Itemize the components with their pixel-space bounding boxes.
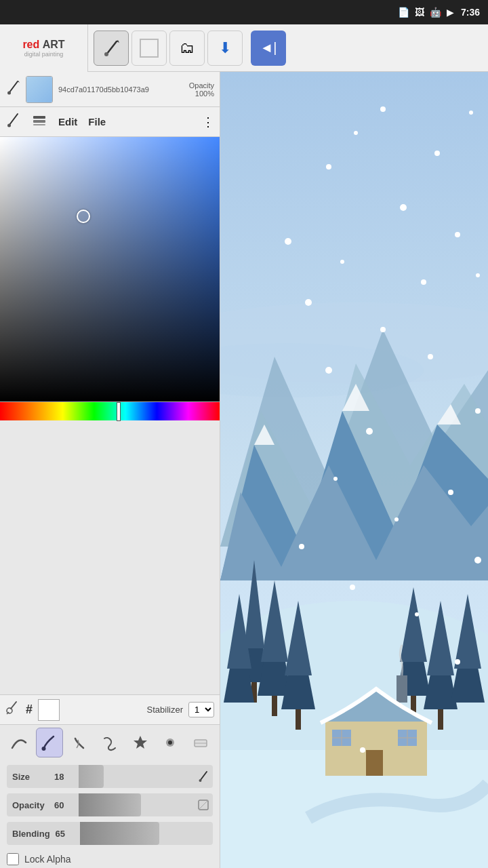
svg-point-79 <box>366 428 373 435</box>
stabilizer-select[interactable]: 1 2 3 4 5 <box>188 702 214 717</box>
svg-point-67 <box>354 131 358 135</box>
new-canvas-icon <box>140 39 159 58</box>
svg-point-74 <box>305 299 312 306</box>
svg-marker-2 <box>117 40 119 43</box>
color-picker-area <box>0 137 220 694</box>
winter-scene <box>220 72 488 868</box>
svg-point-83 <box>394 517 399 521</box>
size-pen-icon <box>194 767 213 786</box>
svg-point-84 <box>299 544 304 549</box>
svg-point-72 <box>340 260 344 264</box>
left-panel: 94cd7a01170d5bb10473a9 Opacity 100% <box>0 72 220 868</box>
brush-icon2 <box>5 113 20 131</box>
download-button[interactable]: ⬇ <box>207 31 243 66</box>
top-toolbar: red ART digital painting 🗂 ⬇ ◄| <box>0 24 488 72</box>
eraser-tool-button[interactable] <box>186 728 214 757</box>
status-time: 7:36 <box>461 7 480 18</box>
download-icon: ⬇ <box>219 39 231 57</box>
file-button[interactable]: File <box>88 116 106 127</box>
svg-rect-8 <box>33 116 45 119</box>
size-slider[interactable] <box>79 765 192 788</box>
color-tools-row: # Stabilizer 1 2 3 4 5 <box>0 694 220 724</box>
paint-brush-button[interactable] <box>36 728 64 757</box>
svg-point-68 <box>469 111 473 115</box>
canvas-area[interactable] <box>220 72 488 868</box>
svg-rect-55 <box>396 675 407 703</box>
lock-alpha-label: Lock Alpha <box>24 854 71 865</box>
svg-point-88 <box>455 659 460 665</box>
size-value: 18 <box>54 772 79 782</box>
opacity-slider-row: Opacity 60 <box>7 793 213 816</box>
svg-point-77 <box>325 367 332 374</box>
svg-rect-57 <box>366 750 383 776</box>
opacity-display: Opacity 100% <box>189 81 214 98</box>
svg-point-4 <box>7 92 11 95</box>
status-bar: 📄 🖼 🤖 ▶ 7:36 <box>0 0 488 24</box>
android-icon: 🤖 <box>430 7 441 18</box>
svg-marker-15 <box>134 736 147 749</box>
layers-icon[interactable] <box>31 112 47 132</box>
folder-button[interactable]: 🗂 <box>169 31 205 66</box>
eyedropper-button[interactable] <box>5 701 20 719</box>
rope-tool-button[interactable] <box>96 728 124 757</box>
svg-rect-10 <box>33 124 45 125</box>
size-label: Size <box>7 772 54 782</box>
svg-point-81 <box>333 477 338 481</box>
hue-cursor[interactable] <box>117 402 121 421</box>
file-status-icon: 📄 <box>398 7 409 18</box>
color-swatch[interactable] <box>38 699 60 721</box>
brush-small-icon <box>5 80 20 98</box>
lock-alpha-checkbox[interactable] <box>7 853 19 865</box>
svg-point-78 <box>428 354 433 359</box>
hash-button[interactable]: # <box>26 703 33 717</box>
svg-point-7 <box>7 124 11 127</box>
color-gradient[interactable] <box>0 137 220 401</box>
svg-point-14 <box>41 747 45 751</box>
opacity-icon <box>194 795 213 814</box>
size-slider-row: Size 18 <box>7 765 213 788</box>
svg-line-20 <box>201 772 207 780</box>
svg-point-82 <box>448 490 453 495</box>
status-icons: 📄 🖼 🤖 ▶ <box>398 7 454 18</box>
brush-type-row <box>0 724 220 760</box>
opacity-slider[interactable] <box>79 793 192 816</box>
logo-art: ART <box>43 39 65 50</box>
logo-subtitle: digital painting <box>22 51 64 58</box>
back-button[interactable]: ◄| <box>251 31 286 66</box>
layer-thumbnail[interactable] <box>26 76 53 103</box>
blending-slider-row: Blending 65 <box>7 822 213 845</box>
blending-slider[interactable] <box>80 822 213 845</box>
svg-rect-40 <box>272 696 277 716</box>
curve-tool-button[interactable] <box>5 728 33 757</box>
hue-rainbow[interactable] <box>0 401 220 420</box>
more-button[interactable]: ⋮ <box>202 115 214 130</box>
svg-point-17 <box>168 741 172 745</box>
svg-point-75 <box>476 273 480 277</box>
svg-point-70 <box>400 204 407 211</box>
svg-point-76 <box>380 327 386 332</box>
back-icon: ◄| <box>260 40 277 56</box>
svg-rect-9 <box>33 120 45 123</box>
svg-point-71 <box>455 232 460 237</box>
image-status-icon: 🖼 <box>415 7 424 18</box>
svg-line-6 <box>9 114 18 125</box>
svg-point-64 <box>380 106 386 112</box>
sliders-area: Size 18 Opacity 60 <box>0 760 220 850</box>
brush-icon <box>102 39 121 58</box>
airbrush-tool-button[interactable] <box>157 728 184 757</box>
smudge-tool-button[interactable] <box>66 728 94 757</box>
color-cursor[interactable] <box>77 210 90 223</box>
main-area: 94cd7a01170d5bb10473a9 Opacity 100% <box>0 72 488 868</box>
opacity-title: Opacity <box>189 81 214 90</box>
brush-tool-button[interactable] <box>94 31 129 66</box>
svg-point-21 <box>199 779 202 782</box>
svg-point-86 <box>350 585 355 590</box>
svg-point-87 <box>415 612 419 616</box>
new-canvas-button[interactable] <box>131 31 167 66</box>
lock-alpha-row: Lock Alpha <box>0 850 220 868</box>
opacity-label: Opacity <box>7 800 54 810</box>
svg-point-65 <box>326 164 331 170</box>
layer-toolbar: 94cd7a01170d5bb10473a9 Opacity 100% <box>0 72 220 107</box>
special-tool-button[interactable] <box>126 728 154 757</box>
edit-button[interactable]: Edit <box>58 116 77 127</box>
